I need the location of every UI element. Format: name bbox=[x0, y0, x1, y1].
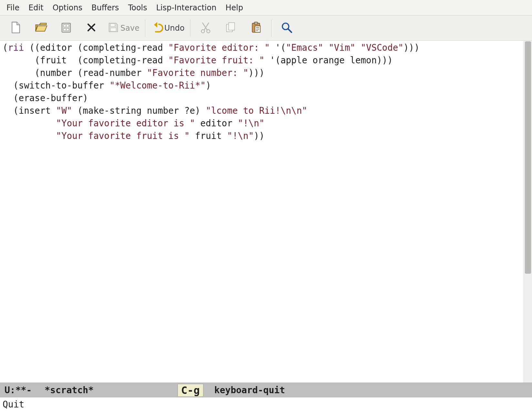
menu-edit[interactable]: Edit bbox=[24, 1, 48, 14]
modeline-buffer-name: *scratch* bbox=[45, 385, 94, 395]
undo-button[interactable]: Undo bbox=[148, 17, 188, 39]
mode-line[interactable]: U:**- *scratch* C-g keyboard-quit bbox=[0, 383, 532, 397]
minibuffer[interactable]: Quit bbox=[0, 397, 532, 411]
toolbar: Save Undo bbox=[0, 16, 532, 41]
save-label: Save bbox=[120, 24, 139, 33]
directory-icon bbox=[60, 21, 73, 35]
close-button[interactable] bbox=[79, 17, 104, 39]
menu-file[interactable]: File bbox=[2, 1, 24, 14]
svg-rect-12 bbox=[254, 22, 258, 24]
svg-point-3 bbox=[66, 25, 67, 26]
search-button[interactable] bbox=[274, 17, 299, 39]
svg-point-4 bbox=[66, 29, 67, 30]
close-icon bbox=[85, 21, 98, 35]
toolbar-separator bbox=[271, 20, 271, 37]
svg-rect-6 bbox=[111, 28, 116, 31]
cut-button[interactable] bbox=[193, 17, 218, 39]
undo-icon bbox=[151, 21, 164, 35]
save-icon bbox=[107, 21, 120, 35]
menu-tools[interactable]: Tools bbox=[124, 1, 152, 14]
toolbar-separator bbox=[190, 20, 190, 37]
paste-button[interactable] bbox=[243, 17, 269, 39]
copy-icon bbox=[224, 21, 237, 35]
new-file-icon bbox=[9, 21, 22, 35]
save-button[interactable]: Save bbox=[104, 17, 142, 39]
new-file-button[interactable] bbox=[3, 17, 28, 39]
copy-button[interactable] bbox=[218, 17, 243, 39]
minibuffer-text: Quit bbox=[3, 399, 24, 410]
svg-rect-5 bbox=[111, 24, 115, 26]
menu-lisp-interaction[interactable]: Lisp-Interaction bbox=[152, 1, 221, 14]
search-icon bbox=[280, 21, 293, 35]
open-file-button[interactable] bbox=[28, 17, 54, 39]
undo-label: Undo bbox=[164, 24, 185, 33]
open-folder-icon bbox=[35, 21, 47, 35]
svg-rect-0 bbox=[62, 23, 71, 32]
menu-options[interactable]: Options bbox=[48, 1, 87, 14]
svg-rect-10 bbox=[229, 23, 234, 30]
vertical-scrollbar[interactable] bbox=[524, 41, 532, 383]
menu-help[interactable]: Help bbox=[221, 1, 248, 14]
modeline-key-hint: C-g bbox=[178, 384, 203, 397]
scrollbar-thumb[interactable] bbox=[525, 41, 531, 274]
editor-content[interactable]: (rii ((editor (completing-read "Favorite… bbox=[0, 41, 532, 143]
editor-area[interactable]: (rii ((editor (completing-read "Favorite… bbox=[0, 41, 532, 383]
paste-icon bbox=[250, 21, 262, 35]
directory-button[interactable] bbox=[54, 17, 79, 39]
modeline-command: keyboard-quit bbox=[214, 385, 285, 395]
toolbar-separator bbox=[145, 20, 145, 37]
modeline-status: U:**- bbox=[5, 385, 32, 395]
cut-icon bbox=[199, 21, 212, 35]
menu-bar: File Edit Options Buffers Tools Lisp-Int… bbox=[0, 0, 532, 16]
menu-buffers[interactable]: Buffers bbox=[87, 1, 123, 14]
